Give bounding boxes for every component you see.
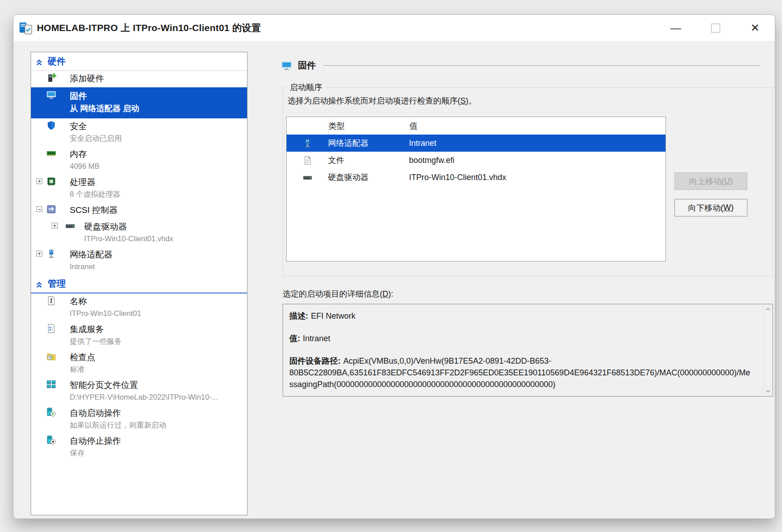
boot-entry-row[interactable]: 文件bootmgfw.efi — [287, 152, 665, 169]
settings-sidebar: 硬件添加硬件固件从 网络适配器 启动安全安全启动已启用内存4096 MB+处理器… — [31, 52, 247, 515]
firmware-icon — [281, 59, 292, 71]
scroll-up-icon[interactable] — [765, 306, 771, 312]
file-icon — [287, 152, 328, 169]
detail-line: 值:Intranet — [289, 333, 753, 344]
boot-order-table[interactable]: 类型值网络适配器Intranet文件bootmgfw.efi硬盘驱动器ITPro… — [286, 117, 666, 261]
boot-entry-value: bootmgfw.efi — [409, 156, 665, 165]
processor-icon — [46, 176, 56, 186]
boot-entry-value: Intranet — [409, 139, 665, 148]
detail-line-label: 描述: — [289, 311, 308, 320]
sidebar-item[interactable]: 内存4096 MB — [31, 146, 247, 174]
details-scrollbar[interactable] — [763, 305, 772, 396]
detail-line-text: AcpiEx(VMBus,0,0)/VenHw(9B17E5A2-0891-42… — [289, 356, 750, 389]
dialog-content: 硬件添加硬件固件从 网络适配器 启动安全安全启动已启用内存4096 MB+处理器… — [13, 41, 775, 518]
title-bar: HOMELAB-ITPRO 上 ITPro-Win10-Client01 的设置… — [13, 15, 775, 41]
maximize-icon — [711, 23, 720, 33]
sidebar-item[interactable]: 固件从 网络适配器 启动 — [31, 87, 247, 118]
sidebar-item-sublabel: 标准 — [70, 364, 244, 375]
details-label: 选定的启动项目的详细信息(D): — [283, 289, 760, 299]
sidebar-item[interactable]: 智能分页文件位置D:\HYPER-V\HomeLab-2022\ITPro-Wi… — [31, 377, 247, 405]
sidebar-item[interactable]: 自动停止操作保存 — [31, 433, 247, 461]
sidebar-item[interactable]: 安全安全启动已启用 — [31, 118, 247, 146]
sidebar-item-sublabel: 4096 MB — [70, 161, 244, 172]
move-down-button[interactable]: 向下移动(W) — [674, 199, 747, 216]
maximize-button — [696, 15, 735, 41]
detail-line: 描述:EFI Network — [289, 310, 753, 322]
network-adapter-icon — [46, 249, 56, 259]
sidebar-item-sublabel: 安全启动已启用 — [70, 133, 244, 144]
header-rule — [323, 65, 760, 66]
firmware-icon — [46, 90, 56, 99]
expand-icon[interactable]: + — [52, 223, 58, 229]
chevron-double-up-icon — [36, 280, 43, 288]
name-icon — [46, 296, 56, 306]
move-up-button: 向上移动(U) — [674, 172, 747, 190]
boot-order-legend: 启动顺序 — [287, 82, 325, 93]
detail-line: 固件设备路径:AcpiEx(VMBus,0,0)/VenHw(9B17E5A2-… — [289, 355, 753, 390]
sidebar-item[interactable]: +网络适配器Intranet — [31, 247, 247, 275]
sidebar-item-sublabel: D:\HYPER-V\HomeLab-2022\ITPro-Win10-... — [70, 392, 244, 403]
sidebar-item-label: 内存 — [70, 148, 244, 161]
collapse-icon[interactable]: − — [36, 206, 42, 212]
hdd-icon — [65, 221, 75, 231]
integration-services-icon — [46, 324, 56, 334]
settings-window: HOMELAB-ITPRO 上 ITPro-Win10-Client01 的设置… — [13, 15, 775, 518]
memory-icon — [46, 149, 56, 158]
sidebar-item-label: 固件 — [70, 90, 244, 103]
expand-icon[interactable]: + — [36, 251, 42, 257]
boot-entry-row[interactable]: 网络适配器Intranet — [287, 135, 665, 152]
window-title: HOMELAB-ITPRO 上 ITPro-Win10-Client01 的设置 — [37, 22, 261, 34]
network-adapter-icon — [287, 135, 328, 152]
column-header-value[interactable]: 值 — [409, 117, 665, 135]
boot-order-instruction: 选择为启动操作系统而对启动项进行检查的顺序(S)。 — [288, 95, 773, 106]
close-button[interactable]: ✕ — [735, 15, 775, 41]
sidebar-item-label: 处理器 — [70, 176, 244, 189]
sidebar-item[interactable]: 自动启动操作如果以前运行过，则重新启动 — [31, 405, 247, 433]
sidebar-section-header[interactable]: 管理 — [31, 275, 247, 293]
window-controls: — ✕ — [656, 15, 775, 41]
boot-entry-row[interactable]: 硬盘驱动器ITPro-Win10-Client01.vhdx — [287, 169, 665, 186]
sidebar-item-label: 硬盘驱动器 — [84, 220, 244, 233]
sidebar-item-sublabel: 从 网络适配器 启动 — [70, 103, 244, 115]
sidebar-item[interactable]: 集成服务提供了一些服务 — [31, 321, 247, 349]
sidebar-section-label: 管理 — [48, 278, 66, 290]
scsi-icon — [46, 204, 56, 214]
sidebar-item-sublabel: 提供了一些服务 — [70, 336, 244, 347]
sidebar-item-label: SCSI 控制器 — [70, 203, 244, 216]
sidebar-item[interactable]: +硬盘驱动器ITPro-Win10-Client01.vhdx — [31, 219, 247, 247]
sidebar-item-label: 网络适配器 — [70, 248, 244, 261]
sidebar-item[interactable]: 添加硬件 — [31, 71, 247, 87]
auto-stop-icon — [46, 435, 56, 445]
sidebar-section-label: 硬件 — [48, 55, 66, 68]
minimize-button[interactable]: — — [656, 15, 696, 41]
add-hardware-icon — [46, 73, 56, 83]
sidebar-item-label: 安全 — [70, 120, 244, 133]
sidebar-item[interactable]: 名称ITPro-Win10-Client01 — [31, 293, 247, 321]
sidebar-item-sublabel: 如果以前运行过，则重新启动 — [70, 419, 244, 431]
sidebar-item[interactable]: +处理器8 个虚拟处理器 — [31, 174, 247, 202]
scroll-down-icon[interactable] — [765, 388, 771, 394]
sidebar-section-header[interactable]: 硬件 — [31, 52, 247, 71]
chevron-double-up-icon — [36, 58, 43, 65]
sidebar-item-sublabel: 保存 — [70, 447, 244, 459]
auto-start-icon — [46, 407, 56, 417]
boot-entry-type: 文件 — [328, 155, 409, 166]
smart-paging-icon — [46, 379, 56, 389]
column-header-type[interactable]: 类型 — [328, 117, 409, 135]
sidebar-item[interactable]: −SCSI 控制器 — [31, 202, 247, 219]
detail-line-label: 值: — [289, 334, 300, 343]
expand-icon[interactable]: + — [36, 178, 42, 184]
sidebar-item-sublabel: 8 个虚拟处理器 — [70, 189, 244, 200]
sidebar-item-label: 自动启动操作 — [70, 406, 244, 419]
checkpoints-icon — [46, 352, 56, 361]
firmware-pane: 固件 启动顺序 选择为启动操作系统而对启动项进行检查的顺序(S)。 类型值网络适… — [265, 52, 760, 518]
security-icon — [46, 121, 56, 131]
pane-header: 固件 — [281, 58, 760, 72]
boot-table-header: 类型值 — [287, 117, 665, 135]
sidebar-item-sublabel: ITPro-Win10-Client01.vhdx — [84, 233, 244, 244]
boot-entry-value: ITPro-Win10-Client01.vhdx — [409, 173, 665, 182]
sidebar-item-label: 添加硬件 — [70, 72, 244, 85]
boot-entry-type: 硬盘驱动器 — [328, 172, 409, 183]
detail-line-text: EFI Network — [311, 311, 355, 320]
sidebar-item[interactable]: 检查点标准 — [31, 349, 247, 377]
